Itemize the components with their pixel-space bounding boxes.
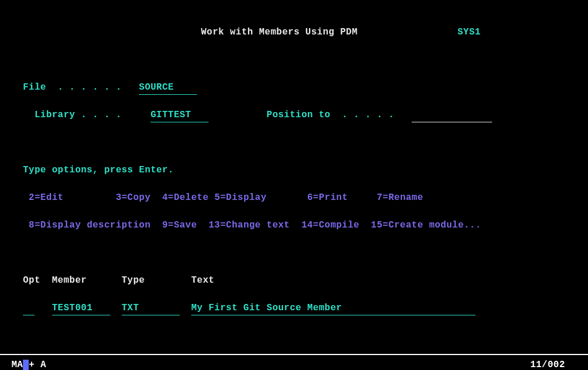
- system-name: SYS1: [458, 27, 481, 37]
- cursor-position: 11/002: [530, 360, 565, 370]
- file-input[interactable]: SOURCE: [139, 80, 197, 95]
- status-indicator-a: + A: [29, 360, 46, 370]
- status-indicator-ma: MA: [11, 360, 23, 370]
- instructions-text: Type options, press Enter.: [23, 165, 174, 175]
- member-row: TEST001 TXT My First Git Source Member: [23, 301, 565, 315]
- opt-input[interactable]: [23, 301, 34, 315]
- member-text: My First Git Source Member: [191, 301, 475, 315]
- column-headers: Opt Member Type Text: [23, 273, 565, 287]
- status-bar: MA+ A 11/002: [0, 354, 588, 370]
- library-label: Library . . . .: [23, 110, 122, 120]
- position-to-label: Position to . . . . .: [266, 110, 394, 120]
- member-type: TXT: [122, 301, 180, 315]
- member-name: TEST001: [52, 301, 110, 315]
- file-label: File . . . . . .: [23, 82, 122, 92]
- library-input[interactable]: GITTEST: [150, 108, 208, 122]
- screen-title: Work with Members Using PDM: [201, 27, 358, 37]
- options-row-1: 2=Edit 3=Copy 4=Delete 5=Display 6=Print…: [23, 191, 565, 205]
- options-row-2: 8=Display description 9=Save 13=Change t…: [23, 218, 565, 232]
- cursor-indicator: [23, 360, 29, 370]
- position-to-input[interactable]: [412, 108, 492, 122]
